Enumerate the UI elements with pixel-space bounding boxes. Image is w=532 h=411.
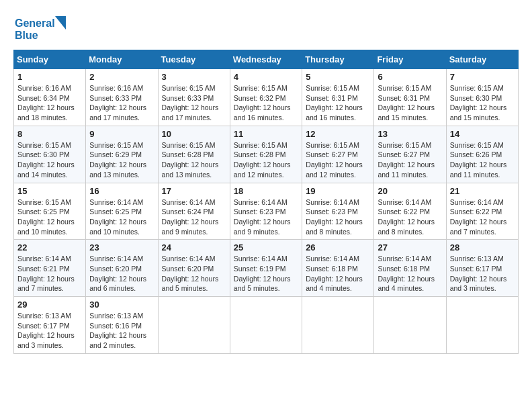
day-info: Sunrise: 6:14 AM Sunset: 6:20 PM Dayligh… <box>162 254 226 293</box>
day-number: 24 <box>162 242 226 253</box>
day-number: 25 <box>234 242 298 253</box>
calendar-table: SundayMondayTuesdayWednesdayThursdayFrid… <box>13 50 519 354</box>
calendar-day-27: 27Sunrise: 6:14 AM Sunset: 6:18 PM Dayli… <box>374 240 446 297</box>
day-number: 19 <box>306 186 370 196</box>
day-info: Sunrise: 6:15 AM Sunset: 6:28 PM Dayligh… <box>162 140 226 180</box>
day-info: Sunrise: 6:16 AM Sunset: 6:33 PM Dayligh… <box>89 83 154 123</box>
day-number: 12 <box>306 129 370 139</box>
day-number: 29 <box>17 300 82 310</box>
day-header-saturday: Saturday <box>446 50 518 69</box>
day-number: 16 <box>89 186 154 196</box>
svg-text:Blue: Blue <box>15 30 38 41</box>
day-info: Sunrise: 6:14 AM Sunset: 6:20 PM Dayligh… <box>89 254 154 293</box>
day-header-friday: Friday <box>374 50 446 69</box>
day-info: Sunrise: 6:14 AM Sunset: 6:23 PM Dayligh… <box>234 197 298 237</box>
day-info: Sunrise: 6:14 AM Sunset: 6:21 PM Dayligh… <box>17 254 82 293</box>
day-info: Sunrise: 6:15 AM Sunset: 6:26 PM Dayligh… <box>450 140 515 180</box>
day-info: Sunrise: 6:15 AM Sunset: 6:27 PM Dayligh… <box>378 140 442 180</box>
calendar-day-26: 26Sunrise: 6:14 AM Sunset: 6:18 PM Dayli… <box>302 240 374 297</box>
calendar-day-4: 4Sunrise: 6:15 AM Sunset: 6:32 PM Daylig… <box>230 69 302 126</box>
day-number: 23 <box>89 242 154 253</box>
calendar-day-5: 5Sunrise: 6:15 AM Sunset: 6:31 PM Daylig… <box>302 69 374 126</box>
day-info: Sunrise: 6:15 AM Sunset: 6:31 PM Dayligh… <box>306 83 370 123</box>
calendar-day-7: 7Sunrise: 6:15 AM Sunset: 6:30 PM Daylig… <box>446 69 518 126</box>
day-number: 20 <box>378 186 442 196</box>
calendar-day-1: 1Sunrise: 6:16 AM Sunset: 6:34 PM Daylig… <box>14 69 86 126</box>
calendar-week-4: 22Sunrise: 6:14 AM Sunset: 6:21 PM Dayli… <box>14 240 519 297</box>
day-info: Sunrise: 6:13 AM Sunset: 6:17 PM Dayligh… <box>17 311 82 351</box>
day-number: 2 <box>89 72 154 82</box>
day-number: 30 <box>89 300 154 310</box>
day-info: Sunrise: 6:14 AM Sunset: 6:22 PM Dayligh… <box>450 197 515 237</box>
empty-cell <box>230 297 302 354</box>
day-info: Sunrise: 6:15 AM Sunset: 6:30 PM Dayligh… <box>450 83 515 123</box>
day-number: 6 <box>378 72 442 82</box>
day-info: Sunrise: 6:14 AM Sunset: 6:24 PM Dayligh… <box>162 197 226 237</box>
day-header-sunday: Sunday <box>14 50 86 69</box>
calendar-day-28: 28Sunrise: 6:13 AM Sunset: 6:17 PM Dayli… <box>446 240 518 297</box>
calendar-day-29: 29Sunrise: 6:13 AM Sunset: 6:17 PM Dayli… <box>14 297 86 354</box>
calendar-day-8: 8Sunrise: 6:15 AM Sunset: 6:30 PM Daylig… <box>14 126 86 183</box>
day-number: 13 <box>378 129 442 139</box>
day-number: 14 <box>450 129 515 139</box>
calendar-day-13: 13Sunrise: 6:15 AM Sunset: 6:27 PM Dayli… <box>374 126 446 183</box>
calendar-day-19: 19Sunrise: 6:14 AM Sunset: 6:23 PM Dayli… <box>302 183 374 240</box>
empty-cell <box>374 297 446 354</box>
day-header-tuesday: Tuesday <box>158 50 230 69</box>
day-info: Sunrise: 6:15 AM Sunset: 6:29 PM Dayligh… <box>89 140 154 180</box>
day-info: Sunrise: 6:14 AM Sunset: 6:23 PM Dayligh… <box>306 197 370 237</box>
day-number: 26 <box>306 242 370 253</box>
empty-cell <box>446 297 518 354</box>
day-number: 5 <box>306 72 370 82</box>
day-number: 9 <box>89 129 154 139</box>
calendar-week-1: 1Sunrise: 6:16 AM Sunset: 6:34 PM Daylig… <box>14 69 519 126</box>
day-info: Sunrise: 6:14 AM Sunset: 6:19 PM Dayligh… <box>234 254 298 293</box>
calendar-day-17: 17Sunrise: 6:14 AM Sunset: 6:24 PM Dayli… <box>158 183 230 240</box>
day-number: 22 <box>17 242 82 253</box>
day-number: 11 <box>234 129 298 139</box>
calendar-day-12: 12Sunrise: 6:15 AM Sunset: 6:27 PM Dayli… <box>302 126 374 183</box>
empty-cell <box>302 297 374 354</box>
calendar-day-21: 21Sunrise: 6:14 AM Sunset: 6:22 PM Dayli… <box>446 183 518 240</box>
logo-svg: GeneralBlue <box>13 13 67 43</box>
calendar-day-2: 2Sunrise: 6:16 AM Sunset: 6:33 PM Daylig… <box>86 69 158 126</box>
day-header-thursday: Thursday <box>302 50 374 69</box>
calendar-day-6: 6Sunrise: 6:15 AM Sunset: 6:31 PM Daylig… <box>374 69 446 126</box>
day-number: 7 <box>450 72 515 82</box>
calendar-week-3: 15Sunrise: 6:15 AM Sunset: 6:25 PM Dayli… <box>14 183 519 240</box>
day-number: 28 <box>450 242 515 253</box>
calendar-week-2: 8Sunrise: 6:15 AM Sunset: 6:30 PM Daylig… <box>14 126 519 183</box>
calendar-day-11: 11Sunrise: 6:15 AM Sunset: 6:28 PM Dayli… <box>230 126 302 183</box>
calendar-day-30: 30Sunrise: 6:13 AM Sunset: 6:16 PM Dayli… <box>86 297 158 354</box>
calendar-day-9: 9Sunrise: 6:15 AM Sunset: 6:29 PM Daylig… <box>86 126 158 183</box>
day-number: 8 <box>17 129 82 139</box>
day-info: Sunrise: 6:15 AM Sunset: 6:31 PM Dayligh… <box>378 83 442 123</box>
page-header: GeneralBlue <box>13 13 519 43</box>
calendar-day-3: 3Sunrise: 6:15 AM Sunset: 6:33 PM Daylig… <box>158 69 230 126</box>
calendar-day-10: 10Sunrise: 6:15 AM Sunset: 6:28 PM Dayli… <box>158 126 230 183</box>
day-info: Sunrise: 6:16 AM Sunset: 6:34 PM Dayligh… <box>17 83 82 123</box>
day-info: Sunrise: 6:13 AM Sunset: 6:17 PM Dayligh… <box>450 254 515 293</box>
calendar-header-row: SundayMondayTuesdayWednesdayThursdayFrid… <box>14 50 519 69</box>
calendar-day-14: 14Sunrise: 6:15 AM Sunset: 6:26 PM Dayli… <box>446 126 518 183</box>
calendar-day-16: 16Sunrise: 6:14 AM Sunset: 6:25 PM Dayli… <box>86 183 158 240</box>
calendar-day-22: 22Sunrise: 6:14 AM Sunset: 6:21 PM Dayli… <box>14 240 86 297</box>
day-header-wednesday: Wednesday <box>230 50 302 69</box>
calendar-day-20: 20Sunrise: 6:14 AM Sunset: 6:22 PM Dayli… <box>374 183 446 240</box>
day-info: Sunrise: 6:14 AM Sunset: 6:25 PM Dayligh… <box>89 197 154 237</box>
calendar-day-23: 23Sunrise: 6:14 AM Sunset: 6:20 PM Dayli… <box>86 240 158 297</box>
day-number: 4 <box>234 72 298 82</box>
day-number: 27 <box>378 242 442 253</box>
day-number: 21 <box>450 186 515 196</box>
day-info: Sunrise: 6:15 AM Sunset: 6:30 PM Dayligh… <box>17 140 82 180</box>
day-info: Sunrise: 6:13 AM Sunset: 6:16 PM Dayligh… <box>89 311 154 351</box>
calendar-day-15: 15Sunrise: 6:15 AM Sunset: 6:25 PM Dayli… <box>14 183 86 240</box>
day-info: Sunrise: 6:15 AM Sunset: 6:33 PM Dayligh… <box>162 83 226 123</box>
day-number: 10 <box>162 129 226 139</box>
calendar-day-18: 18Sunrise: 6:14 AM Sunset: 6:23 PM Dayli… <box>230 183 302 240</box>
day-number: 1 <box>17 72 82 82</box>
day-info: Sunrise: 6:15 AM Sunset: 6:27 PM Dayligh… <box>306 140 370 180</box>
empty-cell <box>158 297 230 354</box>
svg-marker-0 <box>55 16 66 30</box>
day-number: 18 <box>234 186 298 196</box>
